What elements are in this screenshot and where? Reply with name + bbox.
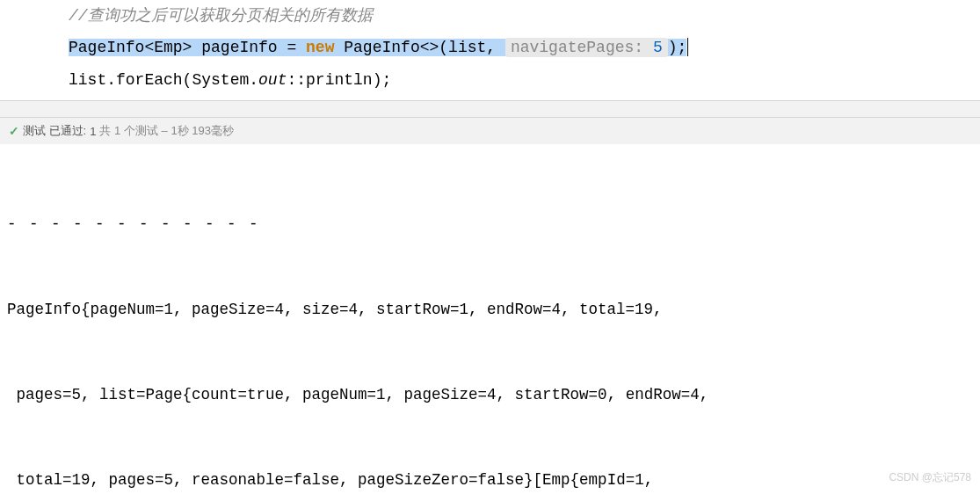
console-line: total=19, pages=5, reasonable=false, pag… [7,466,973,494]
check-icon: ✓ [9,124,19,138]
foreach-rest: ::println); [287,71,391,89]
console-separator: - - - - - - - - - - - - [7,210,973,238]
close-paren: ); [668,39,687,56]
test-passed-label: 测试 已通过: [23,123,86,139]
code-line-foreach[interactable]: list.forEach(System.out::println); [0,64,980,96]
foreach-pre: list.forEach(System. [69,71,258,89]
test-status-bar: ✓ 测试 已通过: 1 共 1 个测试 – 1秒 193毫秒 [0,118,980,144]
test-stats: 共 1 个测试 – 1秒 193毫秒 [99,123,233,139]
type-token: PageInfo<Emp> [69,39,192,56]
after-new: PageInfo<>(list, [334,39,505,56]
parameter-hint: navigatePages: 5 [505,38,668,57]
comment-text: //查询功之后可以获取分页相关的所有数据 [69,7,373,25]
test-count: 1 [90,125,96,138]
keyword-new: new [306,39,334,56]
watermark: CSDN @忘记578 [889,470,971,485]
console-line: PageInfo{pageNum=1, pageSize=4, size=4, … [7,295,973,323]
field-out: out [258,71,287,89]
console-output[interactable]: - - - - - - - - - - - - PageInfo{pageNum… [0,144,980,494]
panel-divider[interactable] [0,100,980,118]
text-cursor [687,38,688,57]
console-line: pages=5, list=Page{count=true, pageNum=1… [7,381,973,409]
code-comment-line[interactable]: //查询功之后可以获取分页相关的所有数据 [0,0,980,32]
code-editor[interactable]: //查询功之后可以获取分页相关的所有数据 PageInfo<Emp> pageI… [0,0,980,96]
code-line-pageinfo[interactable]: PageInfo<Emp> pageInfo = new PageInfo<>(… [0,32,980,63]
var-token: pageInfo = [192,39,306,56]
